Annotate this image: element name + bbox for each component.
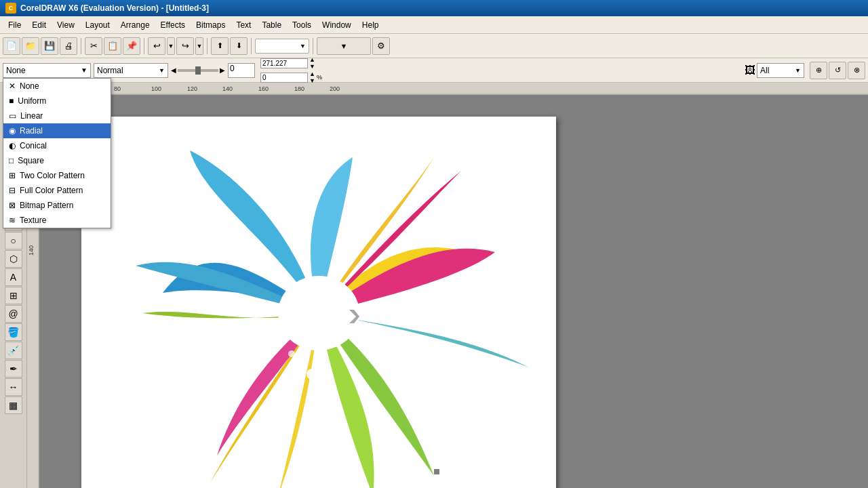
save-button[interactable]: 💾 xyxy=(41,37,58,55)
y-coord-spinners[interactable]: ▲ ▼ xyxy=(309,70,315,84)
fill-option-none[interactable]: ✕ None xyxy=(3,79,111,94)
menu-arrange[interactable]: Arrange xyxy=(115,18,155,32)
texture-label: Texture xyxy=(20,216,46,225)
menu-layout[interactable]: Layout xyxy=(80,18,115,32)
separator-1 xyxy=(81,38,81,54)
options-btn-1[interactable]: ⊕ xyxy=(810,62,827,79)
menu-tools[interactable]: Tools xyxy=(287,18,317,32)
object-type-dropdown[interactable]: All ▼ xyxy=(757,63,804,78)
ellipse-tool[interactable]: ○ xyxy=(5,232,22,249)
conical-icon: ◐ xyxy=(9,141,16,150)
new-button[interactable]: 📄 xyxy=(3,37,20,55)
fill-type-value: None xyxy=(6,66,26,75)
fill-option-square[interactable]: □ Square xyxy=(3,153,111,168)
fill-option-conical[interactable]: ◐ Conical xyxy=(3,138,111,153)
options-btn-3[interactable]: ⊗ xyxy=(848,62,865,79)
angle-input[interactable]: 0 xyxy=(228,63,255,78)
connector-tool[interactable]: ↔ xyxy=(5,378,22,396)
fill-tool[interactable]: 🪣 xyxy=(5,323,22,341)
redo-button[interactable]: ↪ xyxy=(176,37,194,55)
polygon-tool[interactable]: ⬡ xyxy=(5,250,22,268)
svg-text:120: 120 xyxy=(187,85,197,92)
paste-button[interactable]: 📌 xyxy=(123,37,140,55)
texture-icon: ≋ xyxy=(9,216,16,225)
menu-view[interactable]: View xyxy=(52,18,80,32)
menu-window[interactable]: Window xyxy=(317,18,357,32)
fill-type-container: None ▼ ✕ None ■ Uniform ▭ Linear ◉ Radia… xyxy=(3,63,91,78)
separator-5 xyxy=(313,38,313,54)
menu-effects[interactable]: Effects xyxy=(155,18,191,32)
snap-to-button[interactable]: ▼ xyxy=(317,37,371,55)
text-tool[interactable]: A xyxy=(5,268,22,286)
slider-right-arrow[interactable]: ▶ xyxy=(220,66,225,74)
svg-text:200: 200 xyxy=(330,85,340,92)
print-button[interactable]: 🖨 xyxy=(60,37,77,55)
blend-mode-arrow: ▼ xyxy=(159,67,165,74)
svg-point-20 xyxy=(288,350,295,357)
x-coord-spinners[interactable]: ▲ ▼ xyxy=(309,56,315,70)
x-coord-row: 271.227 ▲ ▼ xyxy=(260,56,322,70)
flower-artwork xyxy=(81,117,556,488)
svg-text:100: 100 xyxy=(151,85,161,92)
slider-area: ◀ ▶ xyxy=(171,66,225,74)
fill-option-texture[interactable]: ≋ Texture xyxy=(3,213,111,228)
options-button[interactable]: ⚙ xyxy=(372,37,390,55)
fill-dropdown-menu: ✕ None ■ Uniform ▭ Linear ◉ Radial ◐ Con… xyxy=(3,78,111,228)
menu-help[interactable]: Help xyxy=(357,18,384,32)
uniform-label: Uniform xyxy=(18,96,46,106)
none-label: None xyxy=(20,81,39,91)
ruler-h-svg: 40 60 80 100 120 140 160 180 200 xyxy=(39,83,868,95)
svg-point-18 xyxy=(328,404,336,412)
fill-option-two-color[interactable]: ⊞ Two Color Pattern xyxy=(3,168,111,183)
menu-file[interactable]: File xyxy=(3,18,26,32)
slider-left-arrow[interactable]: ◀ xyxy=(171,66,176,74)
uniform-icon: ■ xyxy=(9,96,14,106)
blend-mode-dropdown[interactable]: Normal ▼ xyxy=(94,63,168,78)
undo-dropdown[interactable]: ▼ xyxy=(167,37,175,55)
title-bar: C CorelDRAW X6 (Evaluation Version) - [U… xyxy=(0,0,868,16)
fill-option-uniform[interactable]: ■ Uniform xyxy=(3,94,111,108)
y-coord-input[interactable]: 0 xyxy=(260,73,308,83)
menu-table[interactable]: Table xyxy=(256,18,287,32)
svg-point-19 xyxy=(368,349,378,359)
app-logo: C xyxy=(5,3,16,14)
copy-button[interactable]: 📋 xyxy=(104,37,121,55)
svg-text:180: 180 xyxy=(294,85,304,92)
table-tool[interactable]: ⊞ xyxy=(5,287,22,304)
cut-button[interactable]: ✂ xyxy=(85,37,102,55)
x-coord-input[interactable]: 271.227 xyxy=(260,58,308,68)
fill-type-dropdown[interactable]: None ▼ xyxy=(3,63,91,78)
fill-option-full-color[interactable]: ⊟ Full Color Pattern xyxy=(3,183,111,198)
blend-mode-value: Normal xyxy=(97,66,123,75)
fill-type-arrow: ▼ xyxy=(81,66,87,74)
y-coord-row: 0 ▲ ▼ % xyxy=(260,70,322,84)
separator-3 xyxy=(207,38,208,54)
separator-4 xyxy=(251,38,252,54)
undo-button[interactable]: ↩ xyxy=(148,37,165,55)
fill-option-radial[interactable]: ◉ Radial xyxy=(3,123,111,138)
outline-tool[interactable]: ✒ xyxy=(5,360,22,378)
menu-bitmaps[interactable]: Bitmaps xyxy=(191,18,231,32)
import-button[interactable]: ⬆ xyxy=(211,37,229,55)
export-button[interactable]: ⬇ xyxy=(230,37,248,55)
eyedropper-tool[interactable]: 💉 xyxy=(5,342,22,359)
spiral-tool[interactable]: @ xyxy=(5,305,22,323)
linear-label: Linear xyxy=(20,111,43,121)
options-btn-2[interactable]: ↺ xyxy=(829,62,846,79)
fill-option-linear[interactable]: ▭ Linear xyxy=(3,108,111,123)
separator-2 xyxy=(144,38,144,54)
object-type-container: 🖼 All ▼ xyxy=(745,63,804,78)
square-icon: □ xyxy=(9,156,14,165)
shadow-tool[interactable]: ▦ xyxy=(5,396,22,414)
redo-dropdown[interactable]: ▼ xyxy=(195,37,203,55)
canvas-area[interactable]: 40 60 80 100 120 140 160 180 200 220 200… xyxy=(27,83,868,488)
standard-toolbar: 📄 📁 💾 🖨 ✂ 📋 📌 ↩ ▼ ↪ ▼ ⬆ ⬇ ▼ ▼ ⚙ xyxy=(0,34,868,58)
gradient-slider[interactable] xyxy=(178,69,218,72)
open-button[interactable]: 📁 xyxy=(22,37,39,55)
zoom-level-display[interactable]: ▼ xyxy=(255,39,309,54)
square-label: Square xyxy=(18,156,44,165)
none-icon: ✕ xyxy=(9,81,16,91)
menu-text[interactable]: Text xyxy=(231,18,256,32)
menu-edit[interactable]: Edit xyxy=(26,18,52,32)
fill-option-bitmap[interactable]: ⊠ Bitmap Pattern xyxy=(3,198,111,213)
